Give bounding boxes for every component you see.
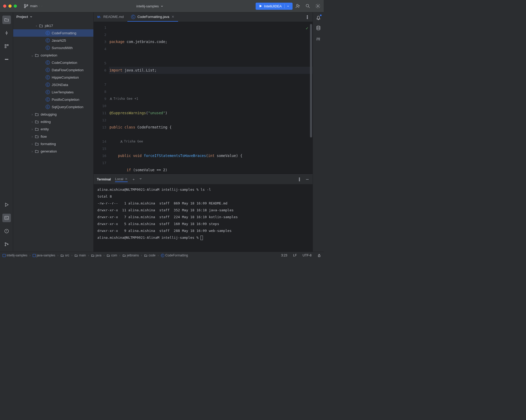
tree-row[interactable]: CLiveTemplates: [13, 88, 93, 96]
tab-label: CodeFormatting.java: [137, 15, 169, 19]
breadcrumb-item[interactable]: java-samples: [33, 254, 55, 257]
tree-row[interactable]: CCodeCompletion: [13, 59, 93, 66]
author-inlay[interactable]: Trisha Gee +1: [109, 95, 313, 102]
more-vertical-icon[interactable]: [297, 177, 302, 182]
terminal-session-tab[interactable]: Local ✕: [115, 177, 128, 182]
code-with-me-icon[interactable]: [295, 3, 300, 9]
breadcrumb-item[interactable]: code: [144, 254, 155, 257]
tree-row[interactable]: ⌄completion: [13, 51, 93, 59]
tab-menu-button[interactable]: [302, 12, 313, 22]
tree-row[interactable]: ›debugging: [13, 111, 93, 118]
notifications-button[interactable]: [316, 15, 321, 21]
module-icon: [33, 254, 36, 257]
breadcrumb-item[interactable]: java: [91, 254, 101, 257]
terminal-tool-button[interactable]: [2, 214, 11, 222]
chevron-down-icon: [287, 5, 289, 7]
breadcrumb-item[interactable]: main: [74, 254, 86, 257]
git-tool-button[interactable]: [2, 240, 11, 249]
folder-icon: [34, 112, 39, 117]
class-icon: C: [45, 104, 50, 109]
tree-label: jdk17: [45, 24, 53, 28]
database-tool-button[interactable]: [316, 25, 321, 31]
new-terminal-button[interactable]: ＋: [132, 177, 135, 182]
terminal-output[interactable]: alina.mishina@NLTMP0021-AlinaM intellij-…: [94, 184, 313, 252]
tree-row[interactable]: CSurroundWith: [13, 44, 93, 51]
editor-body[interactable]: 1234567891011121314151617 ✓ package com.…: [94, 22, 313, 174]
person-icon: [109, 97, 112, 100]
project-title-widget[interactable]: intellij-samples: [44, 4, 256, 8]
tree-row[interactable]: CHippieCompletion: [13, 74, 93, 81]
svg-point-19: [307, 17, 308, 17]
tree-row[interactable]: CDataFlowCompletion: [13, 66, 93, 74]
search-icon[interactable]: [305, 3, 310, 9]
code-token: com.jetbrains.code;: [125, 40, 168, 44]
tab-codeformatting[interactable]: C CodeFormatting.java ✕: [127, 12, 178, 22]
breadcrumbs[interactable]: intellij-samples›java-samples›src›main›j…: [3, 254, 188, 257]
tree-label: editing: [41, 120, 51, 124]
more-vertical-icon: [305, 15, 309, 19]
inspection-ok-icon[interactable]: ✓: [306, 25, 308, 32]
tree-row[interactable]: ›flow: [13, 133, 93, 140]
project-panel-header[interactable]: Project: [13, 12, 93, 21]
vcs-branch-widget[interactable]: main: [22, 3, 44, 9]
breadcrumb-item[interactable]: jetbrains: [122, 254, 139, 257]
commit-tool-button[interactable]: [2, 29, 11, 37]
project-tool-button[interactable]: [2, 16, 11, 24]
folder-icon: [91, 254, 94, 257]
code-token: (someValue ==: [131, 168, 163, 172]
tree-row[interactable]: CJavaAt25: [13, 37, 93, 44]
tree-row[interactable]: CPostfixCompletion: [13, 96, 93, 103]
line-separator[interactable]: LF: [293, 254, 297, 257]
chevron-down-icon: [41, 4, 42, 8]
svg-point-11: [6, 59, 7, 60]
maven-tool-button[interactable]: m: [316, 36, 320, 42]
run-config-dropdown[interactable]: [284, 4, 289, 8]
folder-icon: [74, 254, 78, 257]
terminal-title[interactable]: Terminal: [97, 177, 111, 182]
minimize-panel-icon[interactable]: [305, 177, 309, 182]
tab-readme[interactable]: M↓ README.md: [94, 12, 127, 22]
right-tool-rail: m: [313, 12, 324, 252]
editor-scrollbar[interactable]: [310, 24, 312, 137]
more-tool-button[interactable]: [2, 55, 11, 64]
readonly-lock-icon[interactable]: [317, 254, 321, 257]
folder-icon: [34, 127, 39, 131]
tree-row[interactable]: CSqlQueryCompletion: [13, 103, 93, 111]
close-terminal-tab[interactable]: ✕: [125, 177, 128, 181]
svg-point-6: [6, 32, 7, 34]
svg-point-4: [306, 4, 309, 7]
close-tab-button[interactable]: ✕: [171, 15, 174, 19]
run-config-button[interactable]: IntelliJIDEA: [256, 3, 293, 10]
tree-row[interactable]: CJSONData: [13, 81, 93, 88]
tree-row[interactable]: ›generation: [13, 147, 93, 155]
tree-row[interactable]: ›editing: [13, 118, 93, 125]
run-tool-button[interactable]: [2, 201, 11, 209]
close-window-button[interactable]: [3, 4, 6, 8]
file-encoding[interactable]: UTF-8: [303, 254, 312, 257]
structure-tool-button[interactable]: [2, 42, 11, 50]
breadcrumb-item[interactable]: src: [60, 254, 69, 257]
maximize-window-button[interactable]: [14, 4, 17, 8]
minimize-window-button[interactable]: [8, 4, 12, 8]
editor-gutter: 1234567891011121314151617: [94, 22, 109, 174]
branch-name: main: [30, 4, 37, 8]
tree-row[interactable]: ›jdk17: [13, 22, 93, 29]
tree-row[interactable]: ›formatting: [13, 140, 93, 147]
folder-icon: [34, 53, 39, 58]
breadcrumb-item[interactable]: intellij-samples: [3, 254, 27, 257]
code-area[interactable]: ✓ package com.jetbrains.code; import jav…: [109, 22, 313, 174]
tree-row[interactable]: ›entity: [13, 125, 93, 133]
class-icon: C: [131, 15, 135, 19]
caret-position[interactable]: 3:23: [281, 254, 287, 257]
project-tree[interactable]: ›jdk17CCodeFormattingCJavaAt25CSurroundW…: [13, 21, 93, 252]
tree-row[interactable]: CCodeFormatting: [13, 29, 93, 37]
settings-gear-icon[interactable]: [315, 3, 321, 9]
chevron-down-icon[interactable]: [139, 177, 142, 180]
author-inlay[interactable]: Trisha Gee: [109, 138, 313, 145]
warning-circle-icon: [4, 229, 9, 233]
breadcrumb-item[interactable]: com: [107, 254, 117, 257]
breadcrumb-item[interactable]: CCodeFormatting: [161, 254, 188, 257]
tree-label: generation: [41, 149, 57, 153]
problems-tool-button[interactable]: [2, 227, 11, 235]
class-icon: C: [45, 38, 50, 43]
